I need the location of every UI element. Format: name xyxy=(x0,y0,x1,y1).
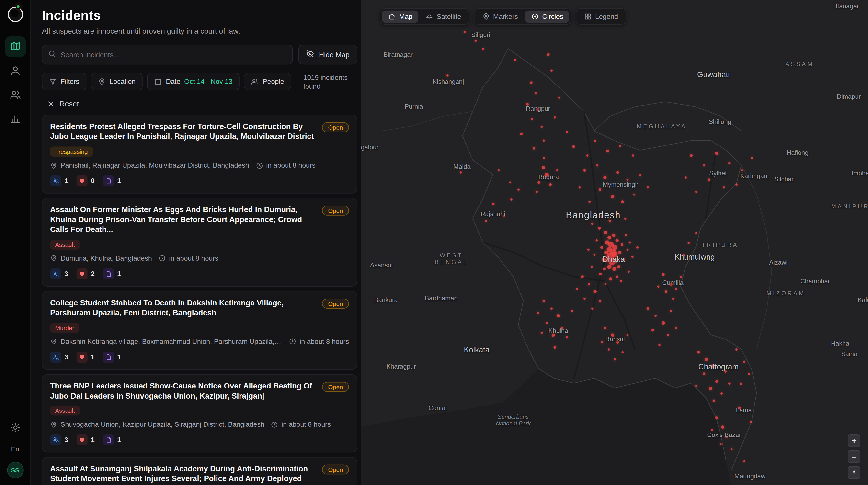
map-label: Guwahati xyxy=(697,70,730,79)
map-label: Biratnagar xyxy=(383,51,413,58)
people-filter-chip[interactable]: People xyxy=(244,73,291,90)
incident-card[interactable]: College Student Stabbed To Death In Daks… xyxy=(42,291,357,370)
clock-icon xyxy=(289,338,296,345)
category-tag: Murder xyxy=(50,323,79,333)
satellite-icon xyxy=(426,13,434,21)
map-label: Khumulwng xyxy=(675,253,715,261)
incident-card[interactable]: Assault On Former Minister As Eggs And B… xyxy=(42,198,357,287)
reset-filters-button[interactable]: Reset xyxy=(42,100,357,108)
map-control-group: Legend xyxy=(576,8,626,25)
map-label: Sylhet xyxy=(709,170,727,176)
file-icon xyxy=(103,351,114,363)
calendar-icon xyxy=(154,78,162,85)
map-label: MIZORAM xyxy=(767,290,805,297)
incident-title: Residents Protest Alleged Trespass For T… xyxy=(50,122,316,142)
file-icon xyxy=(103,434,114,446)
circles-toggle-button[interactable]: Circles xyxy=(525,10,569,23)
incident-location: Dumuria, Khulna, Bangladesh xyxy=(61,255,152,262)
incident-card[interactable]: Three BNP Leaders Issued Show-Cause Noti… xyxy=(42,374,357,453)
zoom-in-button[interactable]: + xyxy=(848,434,860,447)
legend-toggle-button[interactable]: Legend xyxy=(578,10,624,23)
map-label: Aizawl xyxy=(769,259,787,266)
nav-people-button[interactable] xyxy=(5,85,26,106)
map-label: Mymensingh xyxy=(603,181,639,188)
heart-icon xyxy=(76,175,88,187)
status-badge: Open xyxy=(322,465,349,475)
incident-time: in about 8 hours xyxy=(300,338,349,345)
clock-icon xyxy=(256,162,263,169)
icon-rail: En SS xyxy=(0,0,31,485)
incident-title: College Student Stabbed To Death In Daks… xyxy=(50,298,316,318)
language-switcher[interactable]: En xyxy=(11,445,19,453)
casualties-stat: 1 xyxy=(76,351,95,363)
map-label: Dimapur xyxy=(837,93,861,100)
user-avatar[interactable]: SS xyxy=(7,462,24,479)
close-icon xyxy=(48,101,55,108)
incident-card[interactable]: Residents Protest Alleged Trespass For T… xyxy=(42,115,357,194)
nav-map-button[interactable] xyxy=(5,36,26,58)
status-badge: Open xyxy=(322,298,349,309)
page-title: Incidents xyxy=(42,8,357,23)
compass-button[interactable] xyxy=(848,466,860,479)
incident-time: in about 8 hours xyxy=(266,162,316,169)
date-filter-chip[interactable]: Date Oct 14 - Nov 13 xyxy=(147,73,240,90)
people-icon xyxy=(50,268,61,279)
map-label: Contai xyxy=(428,405,447,411)
map-zoom-controls: + − xyxy=(848,434,860,479)
zoom-out-button[interactable]: − xyxy=(848,450,860,463)
nav-analytics-button[interactable] xyxy=(5,109,26,130)
map-label: Rangpur xyxy=(526,105,550,112)
map-label: ASSAM xyxy=(785,61,814,67)
map-label: Sunderbans National Park xyxy=(496,413,531,427)
user-icon xyxy=(9,65,21,77)
filters-chip[interactable]: Filters xyxy=(42,73,86,90)
hide-map-button[interactable]: Hide Map xyxy=(299,45,357,64)
nav-person-button[interactable] xyxy=(5,61,26,82)
pin-icon xyxy=(50,255,57,262)
incident-title: Assault On Former Minister As Eggs And B… xyxy=(50,205,316,235)
map-controls: MapSatelliteMarkersCirclesLegend xyxy=(380,8,626,25)
map-label: Cox's Bazar xyxy=(707,432,741,438)
search-input[interactable] xyxy=(61,51,287,59)
map-labels: ItanagarSiliguriBiratnagarGuwahatiASSAMK… xyxy=(361,0,868,485)
satellite-view-button[interactable]: Satellite xyxy=(420,10,467,23)
map-label: Maungdaw xyxy=(735,473,766,480)
map-control-group: MarkersCircles xyxy=(474,8,571,25)
reports-stat: 1 xyxy=(103,175,121,187)
disclaimer-text: All suspects are innocent until proven g… xyxy=(42,27,357,35)
sun-icon xyxy=(10,423,20,434)
people-icon xyxy=(50,351,61,363)
casualties-stat: 0 xyxy=(76,175,95,187)
reports-stat: 1 xyxy=(103,268,121,279)
map-label: MANIPUR xyxy=(831,203,868,209)
theme-toggle-button[interactable] xyxy=(7,420,24,437)
markers-toggle-button[interactable]: Markers xyxy=(476,10,524,23)
involved-stat: 3 xyxy=(50,351,68,363)
map-label: Khulna xyxy=(549,327,568,334)
map-label: Bardhaman xyxy=(425,295,458,302)
map-label: Saiha xyxy=(841,351,857,358)
file-icon xyxy=(103,175,114,187)
location-filter-chip[interactable]: Location xyxy=(91,73,143,90)
results-count: 1019 incidents found xyxy=(303,73,358,91)
incident-location: Shuvogacha Union, Kazipur Upazila, Siraj… xyxy=(61,421,265,429)
map-label: Itanagar xyxy=(836,2,859,9)
map-label: Lama xyxy=(736,407,752,413)
map-label: Champhai xyxy=(801,278,829,284)
eye-off-icon xyxy=(306,50,315,60)
people-icon xyxy=(50,175,61,187)
map-area[interactable]: ItanagarSiliguriBiratnagarGuwahatiASSAMK… xyxy=(361,0,868,485)
map-label: Barisal xyxy=(606,336,625,342)
map-label: Imphal xyxy=(851,170,868,176)
compass-icon xyxy=(850,468,858,477)
map-view-button[interactable]: Map xyxy=(382,10,418,23)
incident-location: Dakshin Ketiranga village, Boxmamahmud U… xyxy=(61,338,283,345)
map-label: Haflong xyxy=(787,149,809,156)
file-icon xyxy=(103,268,114,279)
status-badge: Open xyxy=(322,122,349,133)
involved-stat: 1 xyxy=(50,175,68,187)
people-icon xyxy=(50,434,61,446)
map-label: Bangladesh xyxy=(566,210,621,221)
users-icon xyxy=(251,78,259,85)
incident-card[interactable]: Assault At Sunamganj Shilpakala Academy … xyxy=(42,457,357,485)
